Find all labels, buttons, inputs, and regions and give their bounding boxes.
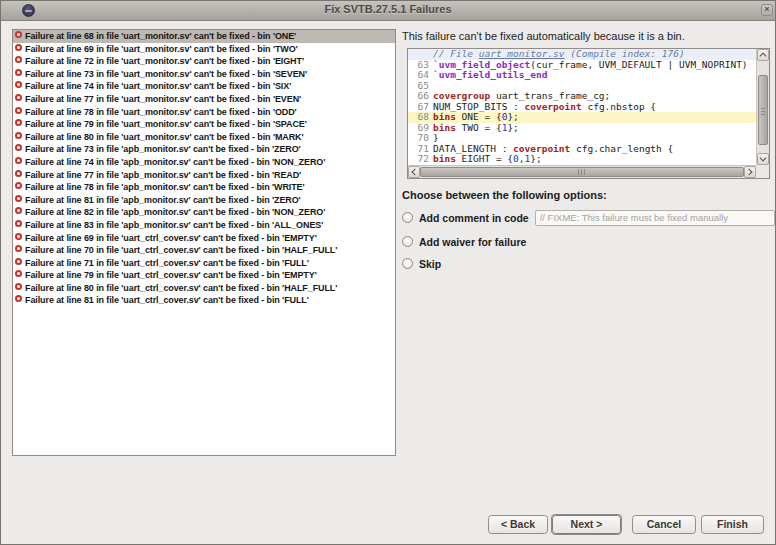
code-line: 72bins EIGHT = {0,1}; xyxy=(408,154,756,165)
failure-item[interactable]: Failure at line 68 in file 'uart_monitor… xyxy=(13,30,395,43)
option-skip-label: Skip xyxy=(419,258,441,270)
failure-item[interactable]: Failure at line 73 in file 'apb_monitor.… xyxy=(13,143,395,156)
failure-item[interactable]: Failure at line 79 in file 'uart_ctrl_co… xyxy=(13,269,395,282)
scroll-right-icon[interactable] xyxy=(744,166,756,178)
failure-item-label: Failure at line 81 in file 'apb_monitor.… xyxy=(25,195,301,205)
failure-item-label: Failure at line 71 in file 'uart_ctrl_co… xyxy=(25,258,309,268)
code-line: 68bins ONE = {0}; xyxy=(408,112,756,123)
code-token: (cur_frame, UVM_DEFAULT | UVM_NOPRINT) xyxy=(530,60,747,71)
error-icon xyxy=(15,69,22,76)
failure-item-label: Failure at line 73 in file 'uart_monitor… xyxy=(25,69,307,79)
radio-add-waiver[interactable] xyxy=(402,236,413,247)
radio-skip[interactable] xyxy=(402,258,413,269)
options-caption: Choose between the following options: xyxy=(402,189,607,201)
error-icon xyxy=(15,44,22,51)
code-token: // File xyxy=(433,49,479,60)
failure-list[interactable]: Failure at line 68 in file 'uart_monitor… xyxy=(12,29,396,456)
failure-item[interactable]: Failure at line 70 in file 'uart_ctrl_co… xyxy=(13,244,395,257)
failure-item[interactable]: Failure at line 81 in file 'apb_monitor.… xyxy=(13,194,395,207)
failure-item[interactable]: Failure at line 69 in file 'uart_monitor… xyxy=(13,43,395,56)
code-token: bins xyxy=(433,112,456,123)
failure-item-label: Failure at line 83 in file 'apb_monitor.… xyxy=(25,220,323,230)
code-token: cfg.nbstop { xyxy=(582,102,656,113)
finish-button[interactable]: Finish xyxy=(701,515,764,534)
code-token: } xyxy=(433,133,439,144)
option-add-waiver-label: Add waiver for failure xyxy=(419,236,526,248)
failure-item[interactable]: Failure at line 73 in file 'uart_monitor… xyxy=(13,68,395,81)
error-icon xyxy=(15,132,22,139)
code-token: TWO = { xyxy=(456,123,502,134)
next-button[interactable]: Next > xyxy=(552,515,621,534)
error-icon xyxy=(15,245,22,252)
line-number: 70 xyxy=(408,133,433,144)
failure-item[interactable]: Failure at line 74 in file 'apb_monitor.… xyxy=(13,156,395,169)
failure-item[interactable]: Failure at line 77 in file 'apb_monitor.… xyxy=(13,169,395,182)
code-token: covergroup xyxy=(433,91,490,102)
failure-item[interactable]: Failure at line 72 in file 'uart_monitor… xyxy=(13,55,395,68)
scroll-left-icon[interactable] xyxy=(408,166,420,178)
vertical-scrollbar[interactable] xyxy=(756,49,769,165)
scrollbar-corner xyxy=(756,165,769,178)
failure-item-label: Failure at line 68 in file 'uart_monitor… xyxy=(25,31,296,41)
failure-item[interactable]: Failure at line 80 in file 'uart_ctrl_co… xyxy=(13,282,395,295)
error-icon xyxy=(15,295,22,302)
error-icon xyxy=(15,283,22,290)
failure-item-label: Failure at line 80 in file 'uart_monitor… xyxy=(25,132,304,142)
vertical-scrollbar-thumb[interactable] xyxy=(758,75,768,145)
failure-item[interactable]: Failure at line 83 in file 'apb_monitor.… xyxy=(13,219,395,232)
error-icon xyxy=(15,144,22,151)
code-line: 64`uvm_field_utils_end xyxy=(408,70,756,81)
failure-item-label: Failure at line 73 in file 'apb_monitor.… xyxy=(25,144,301,154)
scroll-up-icon[interactable] xyxy=(757,49,769,61)
error-icon xyxy=(15,94,22,101)
back-button[interactable]: < Back xyxy=(488,515,548,534)
code-token: (Compile index: 176) xyxy=(565,49,685,60)
failure-item[interactable]: Failure at line 78 in file 'uart_monitor… xyxy=(13,106,395,119)
file-link[interactable]: uart_monitor.sv xyxy=(479,49,565,60)
failure-item-label: Failure at line 79 in file 'uart_ctrl_co… xyxy=(25,270,317,280)
horizontal-scrollbar-thumb[interactable] xyxy=(420,167,744,177)
failure-item[interactable]: Failure at line 78 in file 'apb_monitor.… xyxy=(13,181,395,194)
error-icon xyxy=(15,157,22,164)
error-icon xyxy=(15,81,22,88)
failure-item[interactable]: Failure at line 71 in file 'uart_ctrl_co… xyxy=(13,257,395,270)
close-icon[interactable]: × xyxy=(761,4,773,16)
scroll-down-icon[interactable] xyxy=(757,153,769,165)
code-lines: // File uart_monitor.sv (Compile index: … xyxy=(408,49,756,165)
cancel-button[interactable]: Cancel xyxy=(632,515,696,534)
error-icon xyxy=(15,258,22,265)
option-add-comment[interactable]: Add comment in code xyxy=(402,209,775,226)
code-token: cfg.char_length { xyxy=(570,144,673,155)
failure-item[interactable]: Failure at line 80 in file 'uart_monitor… xyxy=(13,131,395,144)
option-skip[interactable]: Skip xyxy=(402,255,441,272)
error-icon xyxy=(15,270,22,277)
fix-failures-dialog: Fix SVTB.27.5.1 Failures × Failure at li… xyxy=(0,0,776,545)
failure-item[interactable]: Failure at line 69 in file 'uart_ctrl_co… xyxy=(13,232,395,245)
failure-item[interactable]: Failure at line 74 in file 'uart_monitor… xyxy=(13,80,395,93)
titlebar[interactable]: Fix SVTB.27.5.1 Failures × xyxy=(1,1,775,21)
line-number: 68 xyxy=(408,112,433,123)
code-line: 70} xyxy=(408,133,756,144)
fixme-comment-input[interactable] xyxy=(535,210,775,226)
failure-item[interactable]: Failure at line 82 in file 'apb_monitor.… xyxy=(13,206,395,219)
line-number xyxy=(408,49,433,60)
radio-add-comment[interactable] xyxy=(402,212,413,223)
code-token: }; xyxy=(530,154,541,165)
error-icon xyxy=(15,107,22,114)
horizontal-scrollbar[interactable] xyxy=(408,165,756,178)
line-number: 66 xyxy=(408,91,433,102)
error-icon xyxy=(15,220,22,227)
option-add-waiver[interactable]: Add waiver for failure xyxy=(402,233,526,250)
failure-item-label: Failure at line 74 in file 'apb_monitor.… xyxy=(25,157,325,167)
failure-item[interactable]: Failure at line 79 in file 'uart_monitor… xyxy=(13,118,395,131)
failure-item[interactable]: Failure at line 81 in file 'uart_ctrl_co… xyxy=(13,294,395,307)
failure-item[interactable]: Failure at line 77 in file 'uart_monitor… xyxy=(13,93,395,106)
failure-item-label: Failure at line 78 in file 'apb_monitor.… xyxy=(25,182,305,192)
error-icon xyxy=(15,195,22,202)
error-icon xyxy=(15,119,22,126)
error-icon xyxy=(15,182,22,189)
failure-item-label: Failure at line 79 in file 'uart_monitor… xyxy=(25,119,307,129)
code-token: EIGHT = { xyxy=(456,154,513,165)
code-line: 66covergroup uart_trans_frame_cg; xyxy=(408,91,756,102)
code-token: `uvm_field_utils_end xyxy=(433,70,547,81)
